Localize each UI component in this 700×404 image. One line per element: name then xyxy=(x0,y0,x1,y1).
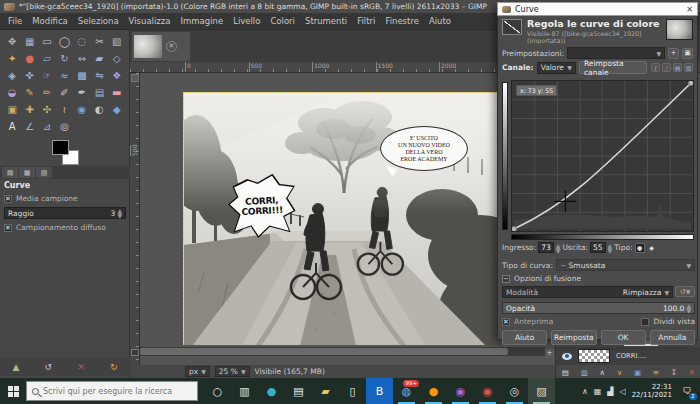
tray-network[interactable]: ▟ xyxy=(607,387,613,396)
input-value-field[interactable]: 73 xyxy=(538,242,554,253)
tab-tool-options[interactable]: ▤ xyxy=(2,167,18,178)
raise-layer[interactable]: ∧ xyxy=(599,368,605,377)
channel-dropdown[interactable]: Valore▼ xyxy=(537,62,576,74)
menu-item[interactable]: Colori xyxy=(266,14,299,28)
tool-airbrush[interactable]: ✐ xyxy=(56,84,72,100)
layer-row[interactable]: CORRI.... xyxy=(556,347,700,365)
mode-dropdown[interactable]: Modalità Rimpiazza▼ xyxy=(502,286,673,298)
taskbar-edge[interactable]: ● xyxy=(258,378,285,404)
histogram-linear-toggle[interactable]: ▤ xyxy=(673,63,682,72)
duplicate-layer[interactable]: ▣ xyxy=(634,368,641,377)
taskbar-explorer[interactable]: ▰ xyxy=(312,378,339,404)
output-value-field[interactable]: 55 xyxy=(590,242,606,253)
tool-foreground-select[interactable]: ▧ xyxy=(109,33,125,49)
menu-item[interactable]: Modifica xyxy=(28,14,72,28)
vertical-ruler[interactable]: 50010001500 xyxy=(130,73,140,365)
layer-thumbnail[interactable] xyxy=(578,349,610,363)
collapse-icon[interactable]: − xyxy=(502,275,510,283)
reset-button[interactable]: Reimposta xyxy=(551,330,596,345)
layer-visibility-eye-icon[interactable] xyxy=(562,353,572,360)
zoom-select[interactable]: 25 %▼ xyxy=(215,366,250,377)
diffuse-sampling-checkbox[interactable]: ✕ xyxy=(4,224,12,232)
taskbar-messenger[interactable]: ◍ 99+ xyxy=(393,378,420,404)
presets-dropdown[interactable]: ▼ xyxy=(567,47,665,59)
tray-volume[interactable]: ◁ xyxy=(619,387,625,396)
tray-camera[interactable]: ▦ xyxy=(594,387,602,396)
tool-mypaint-brush[interactable]: ▤ xyxy=(91,84,107,100)
menu-item[interactable]: Immagine xyxy=(176,14,227,28)
lower-layer[interactable]: ∨ xyxy=(617,368,623,377)
tool-fuzzy-select[interactable]: ✦ xyxy=(4,50,20,66)
linear-toggle[interactable]: ∕ xyxy=(651,63,660,72)
merge-layer[interactable]: ≡ xyxy=(653,368,659,377)
ok-button[interactable]: OK xyxy=(601,330,646,345)
curve-type-dropdown[interactable]: ~ Smussata ▼ xyxy=(556,259,695,271)
tool-free-select[interactable]: ◌ xyxy=(74,33,90,49)
tool-rectangle-select[interactable]: ▭ xyxy=(39,33,55,49)
point-type-smooth-button[interactable]: ● xyxy=(635,243,645,253)
menu-item[interactable]: Strumenti xyxy=(301,14,351,28)
taskbar-app-b[interactable]: B xyxy=(366,378,393,404)
menu-item[interactable]: Filtri xyxy=(353,14,379,28)
taskbar-firefox[interactable]: ● xyxy=(420,378,447,404)
dialog-titlebar[interactable]: Curve ✕ xyxy=(497,2,698,16)
fusion-options-header[interactable]: − Opzioni di fusione xyxy=(502,274,581,283)
histogram-log-toggle[interactable]: ▥ xyxy=(684,63,693,72)
tool-bucket-fill[interactable]: ◆ xyxy=(109,101,125,117)
mode-reset-button[interactable]: ↺▼ xyxy=(675,286,695,297)
tool-rotate[interactable]: ↻ xyxy=(56,50,72,66)
split-view-checkbox[interactable]: ✕ xyxy=(641,318,649,326)
tool-flip[interactable]: ⇋ xyxy=(91,67,107,83)
tool-pencil[interactable]: ✏ xyxy=(39,84,55,100)
taskbar-clock[interactable]: 22:31 22/11/2021 xyxy=(632,383,672,399)
radius-slider[interactable]: Raggio 3 ▲▼ xyxy=(4,207,126,219)
restore-tool-preset[interactable]: ↺ xyxy=(45,362,53,372)
save-tool-preset[interactable]: ▲ xyxy=(13,362,20,372)
point-type-corner-button[interactable]: ◆ xyxy=(647,243,657,253)
taskbar-notepad[interactable]: ▯ xyxy=(339,378,366,404)
tool-move[interactable]: ✥ xyxy=(4,33,20,49)
tool-zoom[interactable]: ◎ xyxy=(56,118,72,134)
tool-text[interactable]: A xyxy=(4,118,20,134)
tool-perspective[interactable]: ◇ xyxy=(109,50,125,66)
taskbar-store[interactable]: ▤ xyxy=(285,378,312,404)
tool-paintbrush[interactable]: ✎ xyxy=(21,84,37,100)
tool-unified-transform[interactable]: ✜ xyxy=(21,67,37,83)
menu-item[interactable]: File xyxy=(4,14,26,28)
notifications-button[interactable]: 🗨 2 xyxy=(678,382,696,400)
reset-tool-options[interactable]: ↻ xyxy=(110,362,118,372)
new-layer[interactable]: ▤ xyxy=(562,368,569,377)
scrollbar-thumb[interactable] xyxy=(140,348,508,355)
tool-eraser[interactable]: ▬ xyxy=(109,84,125,100)
tool-dodge-burn[interactable]: ◐ xyxy=(91,101,107,117)
curve-grid[interactable]: x: 73 y: 55 xyxy=(511,80,694,232)
dock-plus-button[interactable]: + xyxy=(545,349,554,358)
tool-measure[interactable]: ∠ xyxy=(21,118,37,134)
image-tab[interactable]: ✕ xyxy=(132,32,190,61)
tool-handle-transform[interactable]: ☞ xyxy=(39,67,55,83)
tool-heal[interactable]: ✚ xyxy=(21,101,37,117)
tool-perspective-clone[interactable]: ✣ xyxy=(39,101,55,117)
foreground-color-swatch[interactable] xyxy=(52,140,69,155)
tool-blur-sharpen[interactable]: ◉ xyxy=(74,101,90,117)
unit-select[interactable]: px▼ xyxy=(185,366,210,377)
taskbar-obs[interactable]: ◎ xyxy=(501,378,528,404)
taskbar-gimp[interactable]: ▨ xyxy=(528,378,555,404)
quick-mask-toggle[interactable] xyxy=(131,349,139,356)
input-spinner[interactable]: ▲▼ xyxy=(556,243,561,253)
tool-alignment[interactable]: ▦ xyxy=(21,33,37,49)
tool-scissors-select[interactable]: ✂ xyxy=(91,33,107,49)
taskbar-podcasts[interactable]: ◉ xyxy=(447,378,474,404)
output-spinner[interactable]: ▲▼ xyxy=(608,243,613,253)
delete-layer[interactable]: ✕ xyxy=(689,368,695,377)
taskbar-cortana[interactable]: ○ xyxy=(204,378,231,404)
menu-item[interactable]: Visualizza xyxy=(125,14,175,28)
reset-channel-button[interactable]: Reimposta canale xyxy=(579,61,647,74)
tool-color-picker[interactable]: ● xyxy=(21,50,37,66)
add-preset-button[interactable]: + xyxy=(668,48,679,59)
taskbar-task-view[interactable]: ▥ xyxy=(231,378,258,404)
tool-clone[interactable]: ▣ xyxy=(4,101,20,117)
tab-histogram[interactable]: ▨ xyxy=(36,167,52,178)
radius-spinner[interactable]: ▲▼ xyxy=(117,208,122,218)
preview-checkbox[interactable]: ✕ xyxy=(502,318,510,326)
